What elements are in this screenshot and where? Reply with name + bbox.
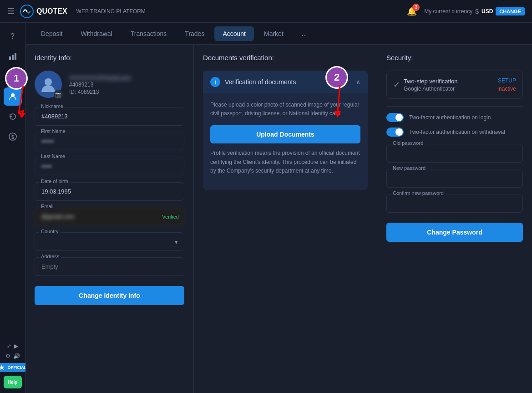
dob-label: Date of birth	[39, 179, 70, 184]
main-content: Identity Info: 📷 ••••••••••••••@gmail.co…	[25, 45, 532, 393]
svg-point-7	[45, 78, 52, 86]
toggle-dot-withdrawal	[395, 128, 403, 136]
toggle-row-login: Two-factor authentication on login	[386, 113, 523, 122]
firstname-label: First Name	[39, 128, 67, 134]
toggle-dot-login	[395, 114, 403, 121]
firstname-input[interactable]	[35, 132, 184, 151]
setup-link[interactable]: SETUP	[498, 77, 516, 84]
tab-withdrawal[interactable]: Withdrawal	[72, 26, 120, 41]
profile-id: ID: 4089213	[69, 89, 131, 95]
official-button[interactable]: OFFICIAL	[0, 363, 29, 372]
chevron-up-icon[interactable]: ∧	[356, 78, 360, 86]
old-password-input[interactable]	[386, 144, 523, 163]
sidebar-item-question[interactable]: ?	[4, 27, 22, 46]
address-field: Address	[35, 257, 184, 276]
currency-symbol: $	[475, 8, 479, 15]
docs-title: Documents verification:	[203, 54, 368, 61]
firstname-field: First Name	[35, 132, 184, 151]
address-input[interactable]	[35, 257, 184, 276]
svg-marker-8	[19, 113, 25, 117]
new-password-input[interactable]	[386, 169, 523, 188]
change-currency-button[interactable]: CHANGE	[496, 7, 525, 15]
svg-rect-3	[15, 53, 16, 60]
country-label: Country	[39, 229, 61, 234]
dob-field: Date of birth	[35, 182, 184, 201]
toggle-login-label: Two-factor authentication on login	[409, 114, 491, 121]
change-identity-button[interactable]: Change Identity Info	[35, 286, 184, 305]
sidebar-item-chart[interactable]	[4, 47, 22, 66]
toggle-login[interactable]	[386, 113, 404, 122]
inactive-label: Inactive	[497, 86, 516, 92]
old-password-label: Old password	[391, 140, 425, 146]
profile-email: ••••••••••••••@gmail.com	[69, 74, 131, 81]
password-section: Old password New password Confirm new pa…	[386, 144, 523, 242]
tutorial-circle-2: 2	[327, 67, 347, 87]
notification-bell[interactable]: 🔔 3	[407, 6, 417, 16]
profile-account-number: #4089213	[69, 82, 131, 88]
toggle-withdrawal[interactable]	[386, 128, 404, 137]
old-password-field: Old password	[386, 144, 523, 163]
profile-section: 📷 ••••••••••••••@gmail.com #4089213 ID: …	[35, 71, 184, 98]
two-step-section: ✓ Two-step verification Google Authentic…	[386, 71, 523, 99]
new-password-label: New password	[391, 165, 427, 171]
tab-transactions[interactable]: Transactions	[122, 26, 175, 41]
camera-icon[interactable]: 📷	[54, 90, 63, 99]
svg-rect-2	[12, 55, 14, 60]
nickname-input[interactable]	[35, 107, 184, 126]
sidebar-expand[interactable]: ⤢▶	[7, 343, 18, 349]
change-password-button[interactable]: Change Password	[386, 223, 523, 242]
two-step-info: Two-step verification Google Authenticat…	[404, 78, 458, 92]
lastname-label: Last Name	[39, 153, 67, 159]
currency-area: My current currency $ USD CHANGE	[424, 7, 525, 15]
verification-title-text: Verification of documents	[225, 78, 296, 86]
help-label: Help	[8, 380, 18, 385]
toggle-row-withdrawal: Two-factor authentication on withdrawal	[386, 128, 523, 137]
nickname-label: Nickname	[39, 103, 65, 109]
tab-deposit[interactable]: Deposit	[33, 26, 71, 41]
lastname-input[interactable]	[35, 157, 184, 176]
new-password-field: New password	[386, 169, 523, 188]
security-column: Security: ✓ Two-step verification Google…	[377, 45, 532, 393]
check-circle-icon: ✓	[393, 80, 400, 90]
svg-rect-1	[9, 56, 11, 60]
tab-market[interactable]: Market	[256, 26, 292, 41]
profile-info: ••••••••••••••@gmail.com #4089213 ID: 40…	[69, 74, 131, 95]
currency-label: My current currency	[424, 8, 472, 15]
gear-icon[interactable]: ⚙	[5, 353, 10, 359]
avatar-wrap: 📷	[35, 71, 62, 98]
upload-documents-button[interactable]: Upload Documents	[210, 125, 360, 143]
sound-icon[interactable]: 🔊	[13, 353, 20, 359]
topbar: ☰ QUOTEX WEB TRADING PLATFORM 🔔 3 My cur…	[0, 0, 532, 23]
tab-account[interactable]: Account	[214, 26, 254, 41]
official-label: OFFICIAL	[8, 365, 27, 370]
confirm-password-input[interactable]	[386, 194, 523, 213]
hamburger-icon[interactable]: ☰	[7, 6, 15, 16]
toggles-section: Two-factor authentication on login Two-f…	[386, 106, 523, 137]
sidebar-settings-sound[interactable]: ⚙ 🔊	[5, 353, 20, 359]
notification-badge: 3	[412, 4, 420, 11]
help-button[interactable]: Help	[4, 376, 22, 388]
confirm-password-label: Confirm new password	[391, 190, 446, 196]
two-step-right: SETUP Inactive	[497, 77, 516, 92]
verification-note: Profile verification means the provision…	[210, 149, 360, 175]
verified-badge: Verified	[162, 214, 179, 219]
tab-trades[interactable]: Trades	[177, 26, 213, 41]
svg-marker-9	[334, 111, 341, 117]
address-label: Address	[39, 254, 61, 259]
dob-input[interactable]	[35, 182, 184, 201]
email-field: Email Verified	[35, 207, 184, 226]
sidebar-item-dollar[interactable]: $	[4, 128, 22, 146]
country-select[interactable]	[35, 232, 184, 251]
authenticator-label: Google Authenticator	[404, 86, 458, 92]
currency-code: USD	[481, 8, 493, 15]
identity-column: Identity Info: 📷 ••••••••••••••@gmail.co…	[25, 45, 194, 393]
country-field: Country	[35, 232, 184, 251]
lastname-field: Last Name	[35, 157, 184, 176]
two-step-title: Two-step verification	[404, 78, 458, 85]
toggle-withdrawal-label: Two-factor authentication on withdrawal	[409, 129, 505, 135]
topbar-right: 🔔 3 My current currency $ USD CHANGE	[407, 6, 525, 16]
two-step-row: ✓ Two-step verification Google Authentic…	[393, 77, 516, 92]
verification-title: i Verification of documents	[210, 77, 296, 87]
tab-more[interactable]: ...	[294, 26, 315, 41]
platform-subtitle: WEB TRADING PLATFORM	[76, 8, 146, 15]
